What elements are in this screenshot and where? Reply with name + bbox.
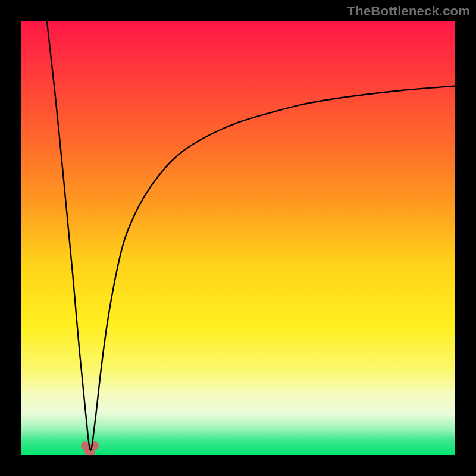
chart-frame: TheBottleneck.com xyxy=(0,0,476,476)
plot-area xyxy=(21,21,455,455)
watermark-text: TheBottleneck.com xyxy=(347,4,470,19)
chart-svg xyxy=(21,21,455,455)
bottleneck-curve xyxy=(47,21,455,450)
